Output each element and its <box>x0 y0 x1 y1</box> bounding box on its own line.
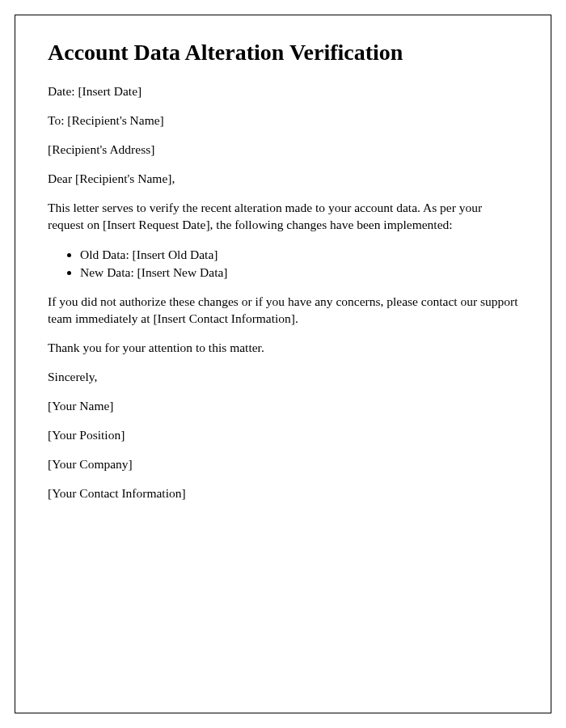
signature-name: [Your Name] <box>48 398 518 415</box>
body-contact: If you did not authorize these changes o… <box>48 294 518 328</box>
body-intro: This letter serves to verify the recent … <box>48 200 518 234</box>
page-title: Account Data Alteration Verification <box>48 40 518 66</box>
signature-company: [Your Company] <box>48 456 518 473</box>
signature-contact: [Your Contact Information] <box>48 485 518 502</box>
list-item: New Data: [Insert New Data] <box>80 264 518 281</box>
date-line: Date: [Insert Date] <box>48 83 518 100</box>
signature-position: [Your Position] <box>48 427 518 444</box>
salutation: Dear [Recipient's Name], <box>48 171 518 188</box>
body-thanks: Thank you for your attention to this mat… <box>48 340 518 357</box>
document-page: Account Data Alteration Verification Dat… <box>15 15 551 713</box>
to-line: To: [Recipient's Name] <box>48 112 518 129</box>
closing: Sincerely, <box>48 369 518 386</box>
list-item: Old Data: [Insert Old Data] <box>80 246 518 264</box>
address-line: [Recipient's Address] <box>48 142 518 159</box>
changes-list: Old Data: [Insert Old Data] New Data: [I… <box>80 246 518 282</box>
